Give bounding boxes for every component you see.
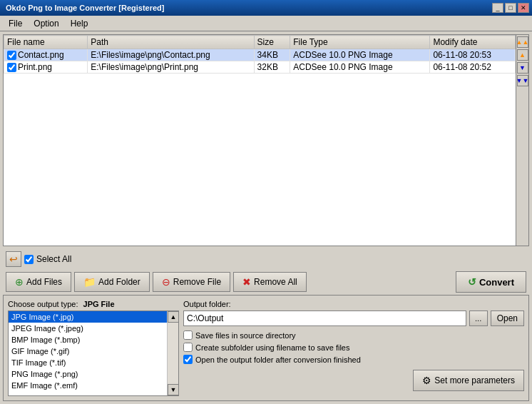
list-item[interactable]: JPG Image (*.jpg): [9, 311, 167, 323]
browse-label: ...: [475, 314, 481, 323]
remove-all-label: Remove All: [254, 277, 297, 287]
open-folder-button[interactable]: Open: [491, 310, 524, 326]
gear-icon: [422, 375, 431, 386]
table-row[interactable]: Contact.png E:\Files\image\png\Contact.p…: [4, 49, 516, 61]
col-filename: File name: [4, 36, 88, 49]
scroll-top-button[interactable]: ▲▲: [517, 36, 528, 48]
remove-all-icon: ✖: [242, 276, 251, 288]
output-type-selected: JPG File: [83, 300, 115, 308]
list-item[interactable]: BMP Image (*.bmp): [9, 334, 167, 345]
add-folder-icon: 📁: [83, 276, 96, 288]
scroll-controls: ▲▲ ▲ ▼ ▼▼: [516, 35, 528, 246]
checkbox-row: Save files in source directory: [183, 330, 524, 340]
set-params-label: Set more parameters: [434, 375, 515, 385]
output-folder-label: Output folder:: [183, 300, 524, 308]
add-folder-button[interactable]: 📁 Add Folder: [74, 272, 150, 292]
list-box-container: JPG Image (*.jpg)JPEG Image (*.jpeg)BMP …: [8, 310, 179, 396]
convert-button[interactable]: Convert: [456, 271, 526, 293]
file-list-container: File name Path Size File Type Modify dat…: [3, 34, 529, 246]
main-content: File name Path Size File Type Modify dat…: [0, 31, 532, 404]
row-checkbox[interactable]: [7, 51, 16, 60]
menu-bar: File Option Help: [0, 16, 532, 31]
maximize-button[interactable]: □: [505, 3, 516, 13]
cell-size: 32KB: [254, 61, 290, 74]
remove-file-label: Remove File: [173, 277, 221, 287]
list-scroll-down[interactable]: ▼: [168, 384, 179, 395]
option-label: Save files in source directory: [195, 331, 296, 340]
title-bar: Okdo Png to Image Converter [Registered]…: [0, 0, 532, 16]
file-name: Contact.png: [18, 50, 64, 60]
back-button[interactable]: ↩: [6, 251, 21, 267]
select-all-checkbox[interactable]: [24, 255, 34, 264]
set-params-button[interactable]: Set more parameters: [413, 370, 524, 391]
remove-file-button[interactable]: ⊖ Remove File: [153, 272, 230, 292]
list-scroll-up[interactable]: ▲: [168, 311, 179, 323]
folder-row: ... Open: [183, 310, 524, 326]
scroll-down-button[interactable]: ▼: [517, 62, 528, 74]
list-scroll-track: [168, 323, 178, 384]
cell-filetype: ACDSee 10.0 PNG Image: [290, 61, 430, 74]
buttons-row: ⊕ Add Files 📁 Add Folder ⊖ Remove File ✖…: [3, 269, 529, 295]
minimize-button[interactable]: _: [492, 3, 503, 13]
col-path: Path: [88, 36, 254, 49]
folder-path-input[interactable]: [183, 310, 466, 326]
output-type-panel: Choose output type: JPG File JPG Image (…: [8, 300, 179, 396]
scroll-up-button[interactable]: ▲: [517, 49, 528, 61]
option-checkbox[interactable]: [183, 330, 193, 340]
select-all-row: ↩ Select All: [3, 249, 529, 269]
option-label: Open the output folder after conversion …: [195, 355, 361, 364]
convert-icon: [468, 276, 476, 288]
cell-filename: Print.png: [4, 61, 88, 74]
file-name: Print.png: [18, 62, 52, 72]
option-checkbox[interactable]: [183, 355, 193, 364]
cell-path: E:\Files\image\png\Print.png: [88, 61, 254, 74]
checkboxes-container: Save files in source directory Create su…: [183, 330, 524, 364]
list-item[interactable]: GIF Image (*.gif): [9, 345, 167, 357]
cell-filename: Contact.png: [4, 49, 88, 61]
close-button[interactable]: ✕: [518, 3, 529, 13]
cell-modifydate: 06-11-08 20:53: [430, 49, 516, 61]
list-item[interactable]: PNG Image (*.png): [9, 368, 167, 380]
output-folder-panel: Output folder: ... Open Save files in so…: [183, 300, 524, 396]
add-files-label: Add Files: [26, 277, 62, 287]
menu-file[interactable]: File: [3, 17, 28, 30]
cell-filetype: ACDSee 10.0 PNG Image: [290, 49, 430, 61]
add-files-icon: ⊕: [15, 276, 24, 288]
option-label: Create subfolder using filename to save …: [195, 343, 349, 352]
list-item[interactable]: TIF Image (*.tif): [9, 357, 167, 368]
convert-label: Convert: [479, 277, 514, 288]
window-controls: _ □ ✕: [492, 3, 529, 13]
file-table-wrapper: File name Path Size File Type Modify dat…: [4, 35, 516, 246]
list-item[interactable]: EMF Image (*.emf): [9, 380, 167, 391]
output-type-list: JPG Image (*.jpg)JPEG Image (*.jpeg)BMP …: [9, 311, 167, 395]
menu-option[interactable]: Option: [28, 17, 64, 30]
table-row[interactable]: Print.png E:\Files\image\png\Print.png 3…: [4, 61, 516, 74]
col-size: Size: [254, 36, 290, 49]
col-filetype: File Type: [290, 36, 430, 49]
browse-button[interactable]: ...: [469, 310, 488, 326]
col-modifydate: Modify date: [430, 36, 516, 49]
scroll-bottom-button[interactable]: ▼▼: [517, 75, 528, 86]
select-all-label: Select All: [36, 254, 71, 264]
option-checkbox[interactable]: [183, 343, 193, 352]
output-type-label: Choose output type: JPG File: [8, 300, 179, 308]
checkbox-row: Open the output folder after conversion …: [183, 355, 524, 364]
cell-modifydate: 06-11-08 20:52: [430, 61, 516, 74]
bottom-section: Choose output type: JPG File JPG Image (…: [3, 295, 529, 401]
file-table: File name Path Size File Type Modify dat…: [4, 35, 516, 74]
row-checkbox[interactable]: [7, 63, 16, 72]
add-files-button[interactable]: ⊕ Add Files: [6, 272, 71, 292]
remove-all-button[interactable]: ✖ Remove All: [233, 272, 307, 292]
remove-file-icon: ⊖: [162, 276, 170, 288]
window-title: Okdo Png to Image Converter [Registered]: [3, 4, 164, 12]
list-item[interactable]: JPEG Image (*.jpeg): [9, 323, 167, 334]
cell-size: 34KB: [254, 49, 290, 61]
add-folder-label: Add Folder: [98, 277, 140, 287]
menu-help[interactable]: Help: [65, 17, 94, 30]
cell-path: E:\Files\image\png\Contact.png: [88, 49, 254, 61]
open-label: Open: [497, 313, 518, 323]
checkbox-row: Create subfolder using filename to save …: [183, 343, 524, 352]
list-scrollbar: ▲ ▼: [167, 311, 178, 395]
